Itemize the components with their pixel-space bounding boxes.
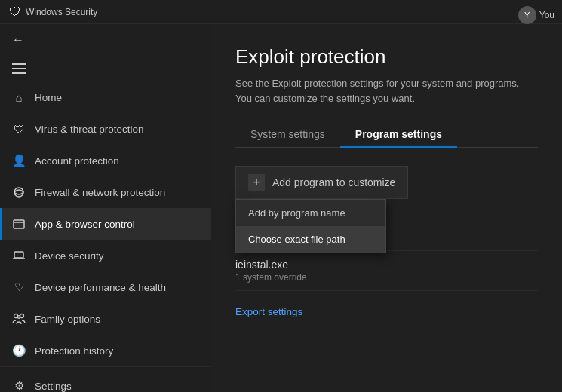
sidebar-item-label: Virus & threat protection (35, 124, 144, 135)
svg-point-0 (14, 188, 23, 197)
add-program-dropdown: Add by program name Choose exact file pa… (235, 199, 386, 253)
sidebar-item-label: Settings (35, 381, 72, 392)
sidebar-item-label: Device performance & health (35, 282, 166, 293)
heart-icon: ♡ (12, 280, 26, 294)
family-icon (12, 312, 26, 326)
page-description: See the Exploit protection settings for … (235, 76, 538, 106)
user-area: Y You (518, 6, 554, 24)
avatar: Y (518, 6, 536, 24)
sidebar-item-account-protection[interactable]: 👤 Account protection (0, 145, 211, 176)
user-label: You (539, 10, 554, 20)
svg-rect-1 (14, 220, 24, 228)
sidebar-item-family-options[interactable]: Family options (0, 303, 211, 335)
svg-rect-2 (14, 252, 23, 258)
sidebar-item-device-security[interactable]: Device security (0, 240, 211, 271)
shield-icon: 🛡 (12, 122, 26, 136)
sidebar-item-firewall[interactable]: Firewall & network protection (0, 176, 211, 208)
add-program-label: Add program to customize (272, 176, 395, 188)
browser-icon (12, 217, 26, 231)
firewall-icon (12, 185, 26, 199)
program-name: ieinstal.exe (235, 259, 538, 271)
sidebar-item-label: Protection history (35, 345, 113, 357)
choose-exact-path-option[interactable]: Choose exact file path (236, 226, 385, 253)
title-bar: 🛡 Windows Security Y You (0, 0, 562, 24)
app-icon: 🛡 (9, 6, 21, 18)
back-arrow-icon: ← (12, 33, 24, 47)
main-layout: ← ⌂ Home 🛡 Virus & threat protection 👤 A… (0, 24, 562, 392)
plus-icon: + (248, 174, 265, 191)
export-settings-link[interactable]: Export settings (235, 306, 302, 317)
gear-icon: ⚙ (12, 379, 26, 392)
sidebar-item-virus-threat[interactable]: 🛡 Virus & threat protection (0, 113, 211, 145)
account-icon: 👤 (12, 154, 26, 167)
page-title: Exploit protection (235, 45, 538, 69)
program-override-count: 1 system override (235, 272, 538, 283)
tab-program-settings[interactable]: Program settings (340, 122, 457, 148)
title-bar-text: Windows Security (26, 7, 97, 17)
sidebar-item-label: Family options (35, 314, 100, 325)
hamburger-menu[interactable] (0, 56, 211, 81)
add-by-name-option[interactable]: Add by program name (236, 200, 385, 226)
sidebar-item-app-browser[interactable]: App & browser control (0, 208, 211, 240)
sidebar-item-settings[interactable]: ⚙ Settings (0, 370, 211, 392)
sidebar-item-label: Firewall & network protection (35, 187, 165, 198)
sidebar-item-label: Account protection (35, 155, 119, 167)
sidebar-item-label: Device security (35, 250, 104, 262)
laptop-icon (12, 249, 26, 262)
sidebar-item-label: Home (35, 92, 62, 103)
history-icon: 🕐 (12, 344, 26, 357)
sidebar-item-label: App & browser control (35, 219, 135, 230)
back-button[interactable]: ← (0, 24, 211, 56)
sidebar-bottom: ⚙ Settings (0, 366, 211, 392)
sidebar: ← ⌂ Home 🛡 Virus & threat protection 👤 A… (0, 24, 211, 392)
sidebar-item-home[interactable]: ⌂ Home (0, 81, 211, 113)
sidebar-nav: ⌂ Home 🛡 Virus & threat protection 👤 Acc… (0, 81, 211, 366)
program-item-ieinstal: ieinstal.exe 1 system override (235, 251, 538, 291)
home-icon: ⌂ (12, 90, 26, 104)
svg-point-5 (17, 316, 20, 319)
tab-system-settings[interactable]: System settings (235, 122, 340, 148)
sidebar-item-protection-history[interactable]: 🕐 Protection history (0, 335, 211, 366)
add-program-button[interactable]: + Add program to customize (235, 166, 408, 199)
sidebar-item-device-performance[interactable]: ♡ Device performance & health (0, 271, 211, 303)
content-area: Exploit protection See the Exploit prote… (211, 24, 562, 392)
tabs-container: System settings Program settings (235, 122, 538, 148)
add-program-container: + Add program to customize Add by progra… (235, 166, 408, 199)
